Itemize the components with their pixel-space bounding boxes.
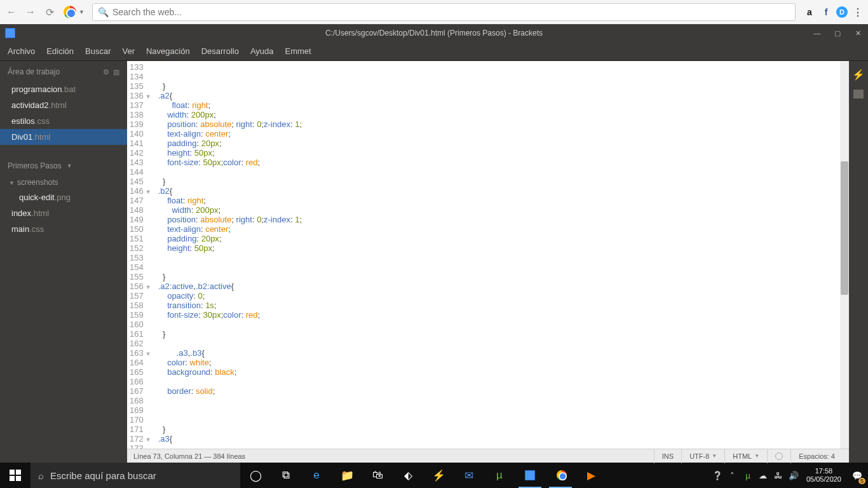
taskbar-search-placeholder: Escribe aquí para buscar (50, 470, 156, 481)
encoding[interactable]: UTF-8▼ (681, 449, 724, 463)
chrome-taskbar-icon[interactable] (545, 463, 576, 488)
lightning-app-icon[interactable]: ⚡ (423, 463, 454, 488)
clock[interactable]: 17:58 05/05/2020 (801, 467, 846, 484)
working-files-label: Área de trabajo (8, 67, 60, 76)
menu-emmet[interactable]: Emmet (285, 46, 311, 56)
reload-button[interactable]: ⟳ (42, 4, 57, 20)
menu-buscar[interactable]: Buscar (85, 46, 111, 56)
brackets-window: C:/Users/sgcov/Desktop/Div01.html (Prime… (0, 24, 868, 463)
menu-desarrollo[interactable]: Desarrollo (201, 46, 239, 56)
menu-archivo[interactable]: Archivo (8, 46, 35, 56)
indent-setting[interactable]: Espacios: 4 (790, 449, 843, 463)
media-player-icon[interactable]: ▶ (576, 463, 606, 488)
system-tray: ❔ ˄ µ ☁ 🖧 🔊 17:58 05/05/2020 💬5 (710, 463, 868, 488)
working-files-header: Área de trabajo ⚙ ▥ (0, 61, 127, 81)
onedrive-icon[interactable]: ☁ (756, 463, 771, 488)
gear-icon[interactable]: ⚙ (103, 68, 109, 76)
utorrent-tray-icon[interactable]: µ (740, 463, 756, 488)
statusbar: Línea 73, Columna 21 — 384 líneas INS UT… (127, 449, 849, 463)
language[interactable]: HTML▼ (724, 449, 767, 463)
chevron-down-icon: ▼ (67, 163, 72, 169)
menu-ver[interactable]: Ver (122, 46, 135, 56)
taskbar-search[interactable]: ⌕ Escribe aquí para buscar (31, 463, 240, 488)
insert-mode[interactable]: INS (654, 449, 681, 463)
linting-status[interactable] (767, 449, 790, 463)
chrome-dropdown[interactable]: ▼ (79, 9, 85, 15)
notifications-icon[interactable]: 💬5 (846, 463, 868, 488)
start-button[interactable] (0, 463, 31, 488)
project-file-main[interactable]: main.css (0, 221, 127, 237)
sidebar: Área de trabajo ⚙ ▥ programacion.batacti… (0, 61, 127, 463)
maximize-button[interactable]: ▢ (827, 24, 848, 42)
browser-menu-button[interactable]: ⋮ (851, 6, 864, 18)
windows-icon (10, 470, 21, 481)
working-file-actividad2[interactable]: actividad2.html (0, 97, 127, 113)
notif-badge: 5 (858, 478, 865, 484)
clock-date: 05/05/2020 (806, 475, 841, 484)
split-icon[interactable]: ▥ (113, 68, 119, 76)
brackets-taskbar-icon[interactable] (515, 463, 545, 488)
project-header[interactable]: Primeros Pasos ▼ (0, 156, 127, 175)
code-content[interactable]: }.a2{ float: right; width: 200px; positi… (156, 61, 302, 449)
edge-icon[interactable]: e (301, 463, 332, 488)
working-file-programacion[interactable]: programacion.bat (0, 81, 127, 97)
minimize-button[interactable]: — (807, 24, 827, 42)
menu-ayuda[interactable]: Ayuda (250, 46, 274, 56)
menu-edicion[interactable]: Edición (46, 46, 74, 56)
cortana-icon[interactable]: ◯ (240, 463, 271, 488)
windows-taskbar: ⌕ Escribe aquí para buscar ◯ ⧉ e 📁 🛍 ⬖ ⚡… (0, 463, 868, 488)
window-title: C:/Users/sgcov/Desktop/Div01.html (Prime… (325, 29, 543, 37)
code-area[interactable]: 133 134 135 136▼137 138 139 140 141 142 … (127, 61, 849, 449)
extensions-icon[interactable] (853, 90, 864, 98)
utorrent-icon[interactable]: µ (484, 463, 515, 488)
project-file-quick-edit[interactable]: quick-edit.png (0, 189, 127, 205)
line-gutter: 133 134 135 136▼137 138 139 140 141 142 … (127, 61, 156, 449)
editor: 133 134 135 136▼137 138 139 140 141 142 … (127, 61, 849, 463)
disqus-ext-icon[interactable]: D (836, 6, 848, 18)
dropbox-icon[interactable]: ⬖ (393, 463, 423, 488)
working-file-estilos[interactable]: estilos.css (0, 113, 127, 129)
volume-icon[interactable]: 🔊 (786, 463, 801, 488)
amazon-ext-icon[interactable]: a (803, 6, 816, 18)
search-input[interactable]: 🔍 Search the web... (92, 3, 796, 21)
back-button[interactable]: ← (4, 4, 19, 20)
search-icon: ⌕ (38, 470, 44, 481)
forward-button[interactable]: → (23, 4, 38, 20)
scrollbar-thumb[interactable] (841, 161, 848, 295)
chevron-down-icon: ▼ (9, 180, 15, 186)
taskbar-apps: ◯ ⧉ e 📁 🛍 ⬖ ⚡ ✉ µ ▶ (240, 463, 606, 488)
titlebar: C:/Users/sgcov/Desktop/Div01.html (Prime… (0, 24, 868, 42)
help-icon[interactable]: ❔ (710, 463, 725, 488)
chrome-icon[interactable] (64, 6, 76, 18)
folder-screenshots[interactable]: ▼screenshots (0, 175, 127, 189)
tray-chevron-icon[interactable]: ˄ (725, 463, 740, 488)
circle-icon (775, 452, 783, 460)
network-icon[interactable]: 🖧 (771, 463, 786, 488)
cursor-position: Línea 73, Columna 21 — 384 líneas (133, 452, 245, 460)
live-preview-icon[interactable]: ⚡ (852, 69, 865, 81)
close-button[interactable]: ✕ (848, 24, 868, 42)
facebook-ext-icon[interactable]: f (820, 6, 832, 18)
project-file-index[interactable]: index.html (0, 205, 127, 221)
clock-time: 17:58 (806, 467, 841, 475)
browser-toolbar: ← → ⟳ ▼ 🔍 Search the web... a f D ⋮ (0, 0, 868, 24)
workspace: Área de trabajo ⚙ ▥ programacion.batacti… (0, 61, 868, 463)
search-icon: 🔍 (98, 7, 109, 17)
vertical-scrollbar[interactable] (840, 61, 849, 449)
project-name: Primeros Pasos (8, 161, 62, 170)
store-icon[interactable]: 🛍 (362, 463, 393, 488)
mail-icon[interactable]: ✉ (454, 463, 484, 488)
working-file-Div01[interactable]: Div01.html (0, 129, 127, 145)
search-placeholder: Search the web... (112, 7, 182, 17)
folder-label: screenshots (17, 178, 58, 187)
menubar: Archivo Edición Buscar Ver Navegación De… (0, 42, 868, 61)
right-toolbar: ⚡ (849, 61, 868, 463)
taskview-icon[interactable]: ⧉ (271, 463, 301, 488)
brackets-logo-icon (5, 28, 15, 38)
menu-navegacion[interactable]: Navegación (146, 46, 190, 56)
explorer-icon[interactable]: 📁 (332, 463, 362, 488)
